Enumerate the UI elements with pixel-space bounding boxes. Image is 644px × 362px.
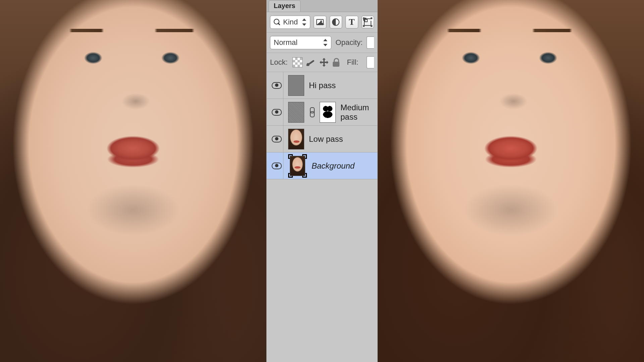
layer-mask-thumbnail[interactable] [320, 102, 336, 123]
layer-row-low-pass[interactable]: Low pass [267, 126, 377, 153]
adjustment-filter-icon [332, 18, 339, 26]
layers-tab[interactable]: Layers [269, 0, 301, 12]
layer-row-medium-pass[interactable]: Medium pass [267, 99, 377, 126]
layer-name-label: Background [312, 161, 355, 171]
layer-name-label: Low pass [309, 134, 343, 144]
layer-thumbnail-active[interactable] [288, 154, 307, 178]
visibility-toggle-icon[interactable] [272, 163, 282, 169]
opacity-input[interactable] [367, 37, 374, 49]
lock-fill-row: Lock: Fill: [267, 53, 377, 72]
blend-opacity-row: Normal Opacity: [267, 33, 377, 53]
layer-row-background[interactable]: Background [267, 153, 377, 179]
panel-tabbar: Layers [267, 0, 377, 12]
after-image [378, 0, 644, 362]
dropdown-arrows-icon [323, 39, 328, 46]
before-image [0, 0, 266, 362]
layer-thumbnail[interactable] [288, 129, 304, 149]
filter-kind-value: Kind [283, 18, 298, 26]
fill-input[interactable] [367, 56, 374, 68]
image-filter-icon [316, 19, 324, 25]
fill-label: Fill: [347, 58, 358, 67]
layer-name-label: Hi pass [309, 81, 336, 90]
lock-position-button[interactable] [319, 58, 329, 67]
layer-name-label: Medium pass [340, 103, 374, 122]
filter-adjustment-layers-button[interactable] [330, 16, 342, 28]
lock-transparency-button[interactable] [292, 57, 303, 67]
search-icon [274, 19, 280, 25]
shape-filter-icon [364, 18, 371, 26]
blend-mode-select[interactable]: Normal [270, 36, 331, 49]
type-filter-icon: T [349, 18, 355, 26]
filter-kind-select[interactable]: Kind [270, 15, 310, 29]
lock-label: Lock: [270, 58, 288, 67]
lock-pixels-button[interactable] [306, 57, 316, 67]
visibility-toggle-icon[interactable] [272, 109, 282, 116]
visibility-toggle-icon[interactable] [272, 136, 282, 142]
filter-pixel-layers-button[interactable] [314, 16, 326, 28]
link-mask-icon[interactable] [309, 107, 315, 117]
filter-type-layers-button[interactable]: T [345, 16, 358, 28]
layer-thumbnail[interactable] [288, 102, 304, 123]
filter-shape-layers-button[interactable] [362, 16, 374, 28]
blend-mode-value: Normal [274, 38, 298, 47]
layer-list: Hi pass Medium pass Low pass [267, 72, 377, 362]
layer-row-hi-pass[interactable]: Hi pass [267, 72, 377, 99]
layer-thumbnail[interactable] [288, 75, 304, 96]
layer-filter-row: Kind T [267, 12, 377, 33]
layers-panel: Layers Kind T [266, 0, 378, 362]
lock-all-button[interactable] [332, 58, 340, 67]
opacity-label: Opacity: [335, 38, 363, 47]
visibility-toggle-icon[interactable] [272, 82, 282, 89]
dropdown-arrows-icon [302, 18, 307, 26]
